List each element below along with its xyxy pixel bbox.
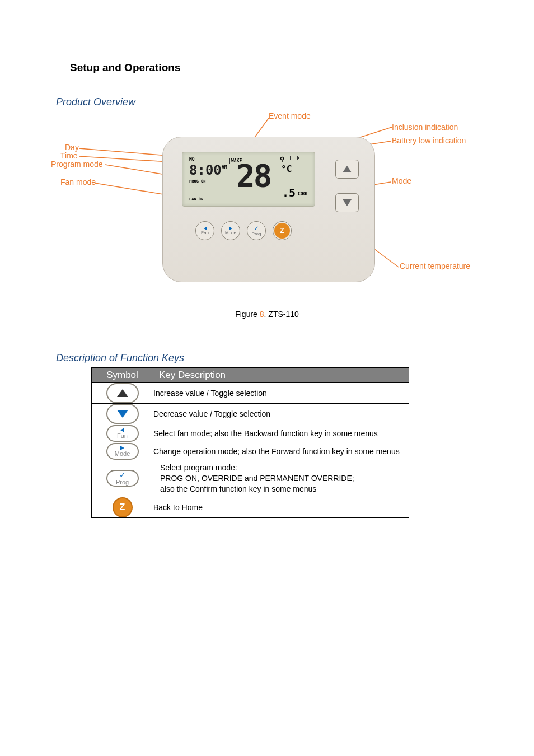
overview-heading: Product Overview xyxy=(56,96,478,108)
symbol-up xyxy=(106,383,139,403)
callout-mode: Mode xyxy=(392,176,411,185)
desc-down: Decrease value / Toggle selection xyxy=(153,404,409,424)
section-heading: Setup and Operations xyxy=(70,62,478,74)
fan-button-label: Fan xyxy=(201,230,209,235)
lcd-screen: MO 8:00 AM WAKE PROG ON FAN ON 28 °C .5 … xyxy=(182,152,315,207)
symbol-down xyxy=(106,404,139,424)
triangle-up-icon xyxy=(117,389,128,397)
callout-time: Time xyxy=(60,151,78,160)
lcd-day: MO xyxy=(189,157,195,162)
col-desc: Key Description xyxy=(153,368,409,383)
figure-number: 8 xyxy=(260,310,264,319)
desc-prog: Select program mode: PROG ON, OVERRIDE a… xyxy=(153,460,409,497)
lcd-fan-on: FAN ON xyxy=(189,197,203,202)
lcd-prog-on: PROG ON xyxy=(189,179,206,184)
prog-button-label: Prog xyxy=(252,231,261,236)
down-button[interactable] xyxy=(335,193,359,212)
up-button[interactable] xyxy=(335,160,359,179)
symbol-fan: Fan xyxy=(106,425,139,442)
home-button[interactable]: Z xyxy=(273,221,292,240)
desc-mode: Change operation mode; also the Forward … xyxy=(153,442,409,460)
symbol-mode: Mode xyxy=(106,443,139,460)
triangle-down-icon xyxy=(117,410,128,418)
battery-icon xyxy=(290,156,298,160)
lcd-time: 8:00 xyxy=(189,162,222,178)
keys-heading: Description of Function Keys xyxy=(56,352,478,364)
callout-event-mode: Event mode xyxy=(269,111,311,120)
callout-day: Day xyxy=(65,143,79,152)
desc-prog-l2: PROG ON, OVERRIDE and PERMANENT OVERRIDE… xyxy=(160,474,354,483)
symbol-prog-label: Prog xyxy=(116,479,129,486)
lcd-unit: °C xyxy=(281,164,292,174)
home-icon: Z xyxy=(274,223,290,239)
figure-caption-text: . ZTS-110 xyxy=(264,310,299,319)
callout-inclusion: Inclusion indication xyxy=(392,123,458,132)
desc-prog-l3: also the Confirm function key in some me… xyxy=(160,484,316,493)
callout-fan-mode: Fan mode xyxy=(60,178,96,186)
symbol-fan-label: Fan xyxy=(117,433,128,439)
desc-fan: Select fan mode; also the Backward funct… xyxy=(153,424,409,442)
triangle-right-icon xyxy=(120,446,124,450)
lcd-ampm: AM xyxy=(222,165,227,170)
mode-button[interactable]: Mode xyxy=(221,221,240,240)
lcd-temperature: 28 xyxy=(236,160,270,192)
desc-up: Increase value / Toggle selection xyxy=(153,383,409,404)
callout-program-mode: Program mode xyxy=(51,160,103,169)
figure-label-prefix: Figure xyxy=(235,310,260,319)
symbol-mode-label: Mode xyxy=(115,451,130,457)
callout-battery-low: Battery low indication xyxy=(392,136,466,145)
lcd-setpoint: .5 xyxy=(282,186,296,199)
lcd-cool: COOL xyxy=(298,192,308,197)
triangle-left-icon xyxy=(120,428,124,432)
mode-button-label: Mode xyxy=(225,230,236,235)
check-icon: ✓ xyxy=(254,226,259,231)
desc-prog-l1: Select program mode: xyxy=(160,463,237,472)
symbol-home: Z xyxy=(113,497,133,517)
figure-caption: Figure 8. ZTS-110 xyxy=(56,310,478,319)
function-keys-table: Symbol Key Description Increase value / … xyxy=(91,367,409,518)
thermostat-device: MO 8:00 AM WAKE PROG ON FAN ON 28 °C .5 … xyxy=(162,137,375,282)
prog-button[interactable]: ✓ Prog xyxy=(247,221,266,240)
callout-current-temp: Current temperature xyxy=(400,262,470,270)
desc-home: Back to Home xyxy=(153,497,409,517)
symbol-prog: ✓Prog xyxy=(106,470,139,487)
check-icon: ✓ xyxy=(119,471,126,479)
fan-button[interactable]: Fan xyxy=(195,221,214,240)
product-overview-figure: Event mode Inclusion indication Battery … xyxy=(45,111,476,307)
antenna-icon: ⚲ xyxy=(280,156,284,163)
col-symbol: Symbol xyxy=(92,368,153,383)
